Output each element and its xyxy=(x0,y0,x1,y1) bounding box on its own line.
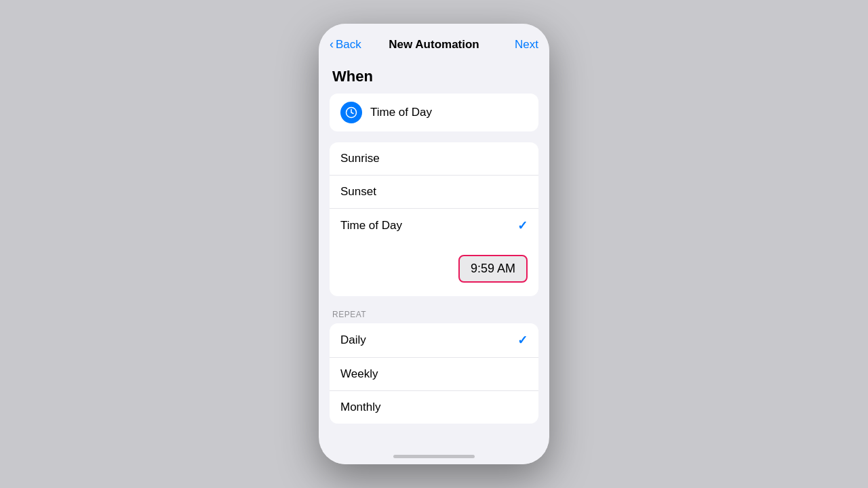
time-picker-box[interactable]: 9:59 AM xyxy=(458,255,528,283)
status-bar xyxy=(319,24,549,30)
option-sunset[interactable]: Sunset xyxy=(330,176,538,209)
chevron-left-icon: ‹ xyxy=(330,37,334,52)
repeat-option-weekly[interactable]: Weekly xyxy=(330,358,538,391)
when-card-label: Time of Day xyxy=(370,106,432,119)
trigger-options-card: Sunrise Sunset Time of Day ✓ 9:59 AM xyxy=(330,142,538,296)
repeat-weekly-label: Weekly xyxy=(340,367,378,381)
time-picker-wrapper: 9:59 AM xyxy=(340,252,528,287)
option-sunrise-label: Sunrise xyxy=(340,152,380,165)
next-button[interactable]: Next xyxy=(515,38,538,52)
repeat-daily-label: Daily xyxy=(340,333,366,347)
back-label: Back xyxy=(336,38,361,52)
option-time-of-day-label: Time of Day xyxy=(340,219,402,232)
clock-icon xyxy=(340,102,362,123)
option-sunrise[interactable]: Sunrise xyxy=(330,142,538,176)
daily-check-icon: ✓ xyxy=(517,333,528,348)
repeat-option-monthly[interactable]: Monthly xyxy=(330,391,538,424)
repeat-section: REPEAT Daily ✓ Weekly Monthly xyxy=(330,310,538,424)
page-title: New Automation xyxy=(389,38,479,52)
option-sunset-label: Sunset xyxy=(340,185,376,199)
repeat-heading: REPEAT xyxy=(330,310,538,319)
repeat-option-daily[interactable]: Daily ✓ xyxy=(330,323,538,358)
repeat-monthly-label: Monthly xyxy=(340,401,381,414)
time-picker-row: 9:59 AM xyxy=(330,243,538,296)
main-content: When Time of Day Sunrise Sunset T xyxy=(319,57,549,451)
back-button[interactable]: ‹ Back xyxy=(330,37,361,52)
when-card: Time of Day xyxy=(330,94,538,131)
repeat-card: Daily ✓ Weekly Monthly xyxy=(330,323,538,424)
clock-svg xyxy=(345,106,357,119)
option-time-of-day[interactable]: Time of Day ✓ xyxy=(330,209,538,243)
navigation-bar: ‹ Back New Automation Next xyxy=(319,30,549,57)
when-heading: When xyxy=(330,68,538,85)
bottom-bar xyxy=(319,451,549,464)
home-indicator xyxy=(393,455,475,458)
time-of-day-check-icon: ✓ xyxy=(517,218,528,233)
phone-container: ‹ Back New Automation Next When Time of … xyxy=(319,24,549,464)
